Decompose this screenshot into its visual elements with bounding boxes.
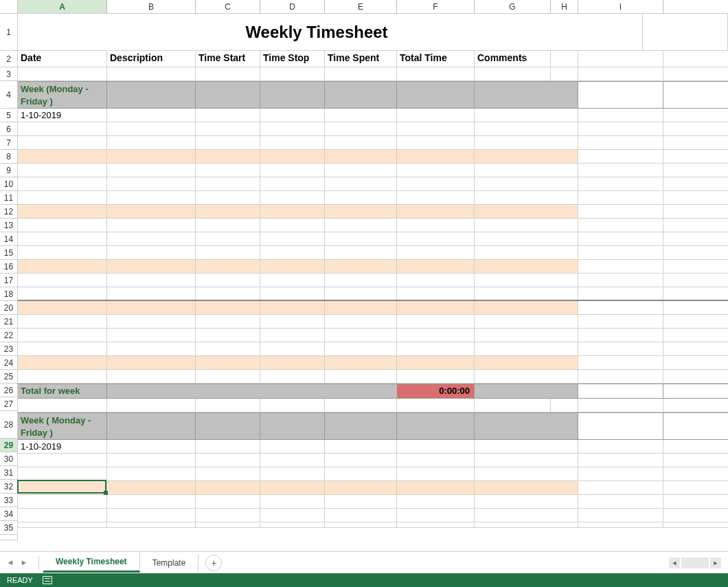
macro-record-icon[interactable]	[43, 576, 52, 584]
cell[interactable]	[196, 301, 260, 314]
cell[interactable]	[196, 191, 260, 204]
cell[interactable]	[397, 287, 475, 300]
row-header-33[interactable]: 33	[0, 494, 18, 507]
cell[interactable]	[397, 191, 475, 204]
cell[interactable]	[397, 495, 475, 508]
cell[interactable]	[18, 522, 107, 527]
cell[interactable]	[196, 260, 260, 273]
cell[interactable]	[18, 467, 107, 480]
header-description[interactable]: Description	[107, 51, 196, 67]
cell[interactable]	[325, 481, 397, 494]
cell[interactable]	[325, 384, 397, 398]
cell[interactable]	[475, 370, 578, 383]
cell[interactable]	[578, 384, 663, 398]
row-header-13[interactable]: 13	[0, 219, 18, 232]
header-time-start[interactable]: Time Start	[196, 51, 260, 67]
cell[interactable]	[196, 122, 260, 135]
cell[interactable]	[578, 164, 663, 177]
cell[interactable]	[578, 522, 663, 527]
cell[interactable]	[397, 232, 475, 245]
cell[interactable]	[397, 246, 475, 259]
row-header-26[interactable]: 26	[0, 384, 18, 397]
cell[interactable]	[397, 342, 475, 355]
cell[interactable]	[397, 315, 475, 328]
cell[interactable]	[397, 67, 475, 80]
cell[interactable]	[260, 136, 325, 149]
cell[interactable]	[397, 109, 475, 122]
cell[interactable]	[18, 136, 107, 149]
cell[interactable]	[397, 122, 475, 135]
cell[interactable]	[475, 440, 578, 453]
row-header-31[interactable]: 31	[0, 466, 18, 480]
cell[interactable]	[18, 287, 107, 300]
row-header-14[interactable]: 14	[0, 232, 18, 246]
cell[interactable]	[397, 150, 475, 163]
cell[interactable]	[551, 399, 578, 412]
cell[interactable]	[107, 315, 196, 328]
row-header-17[interactable]: 17	[0, 274, 18, 287]
cell[interactable]	[551, 67, 578, 80]
cell[interactable]	[107, 440, 196, 453]
cell[interactable]	[325, 495, 397, 508]
row-header-8[interactable]: 8	[0, 150, 18, 164]
cell[interactable]	[107, 260, 196, 273]
row-header-2[interactable]: 2	[0, 51, 18, 67]
cell[interactable]	[615, 14, 643, 50]
row-header-6[interactable]: 6	[0, 122, 18, 136]
cell[interactable]	[325, 370, 397, 383]
cell[interactable]	[325, 205, 397, 218]
cell[interactable]	[18, 509, 107, 522]
col-header-I[interactable]: I	[578, 0, 663, 13]
cell[interactable]	[475, 301, 578, 314]
cell[interactable]	[107, 150, 196, 163]
cell[interactable]	[475, 232, 578, 245]
cell[interactable]	[475, 246, 578, 259]
cell[interactable]	[107, 329, 196, 342]
cell[interactable]	[260, 232, 325, 245]
cell[interactable]	[578, 177, 663, 190]
cell[interactable]	[475, 136, 578, 149]
cell[interactable]	[18, 301, 107, 314]
cell[interactable]	[578, 481, 663, 494]
row-header-24[interactable]: 24	[0, 356, 18, 370]
cell[interactable]	[107, 413, 196, 439]
cell[interactable]	[397, 274, 475, 287]
row-header-34[interactable]: 34	[0, 507, 18, 521]
week2-label[interactable]: Week ( Monday - Friday )	[18, 413, 107, 439]
cell[interactable]	[18, 205, 107, 218]
cell[interactable]	[196, 205, 260, 218]
cell[interactable]	[325, 122, 397, 135]
cell[interactable]	[578, 467, 663, 480]
cell[interactable]	[196, 413, 260, 439]
cell[interactable]	[18, 329, 107, 342]
cells-area[interactable]: Weekly Timesheet Date Description Time S…	[18, 14, 728, 540]
col-header-H[interactable]: H	[551, 0, 578, 13]
cell[interactable]	[196, 370, 260, 383]
cell[interactable]	[475, 67, 551, 80]
cell[interactable]	[397, 481, 475, 494]
cell[interactable]	[196, 481, 260, 494]
cell[interactable]	[325, 191, 397, 204]
cell[interactable]	[196, 274, 260, 287]
row-header-9[interactable]: 9	[0, 164, 18, 177]
cell[interactable]	[475, 177, 578, 190]
cell[interactable]	[196, 219, 260, 232]
cell[interactable]	[578, 440, 663, 453]
cell[interactable]	[475, 274, 578, 287]
row-header-15[interactable]: 15	[0, 246, 18, 260]
cell[interactable]	[475, 454, 578, 467]
cell[interactable]	[196, 150, 260, 163]
cell[interactable]	[18, 191, 107, 204]
cell[interactable]	[475, 342, 578, 355]
cell[interactable]	[475, 522, 578, 527]
cell[interactable]	[260, 246, 325, 259]
cell[interactable]	[578, 315, 663, 328]
row-header-20[interactable]: 20	[0, 301, 18, 315]
cell[interactable]	[18, 260, 107, 273]
cell[interactable]	[260, 191, 325, 204]
cell[interactable]	[107, 467, 196, 480]
cell[interactable]	[578, 399, 663, 412]
hscroll-left[interactable]: ◄	[669, 557, 680, 568]
cell[interactable]	[578, 356, 663, 369]
cell[interactable]	[397, 329, 475, 342]
